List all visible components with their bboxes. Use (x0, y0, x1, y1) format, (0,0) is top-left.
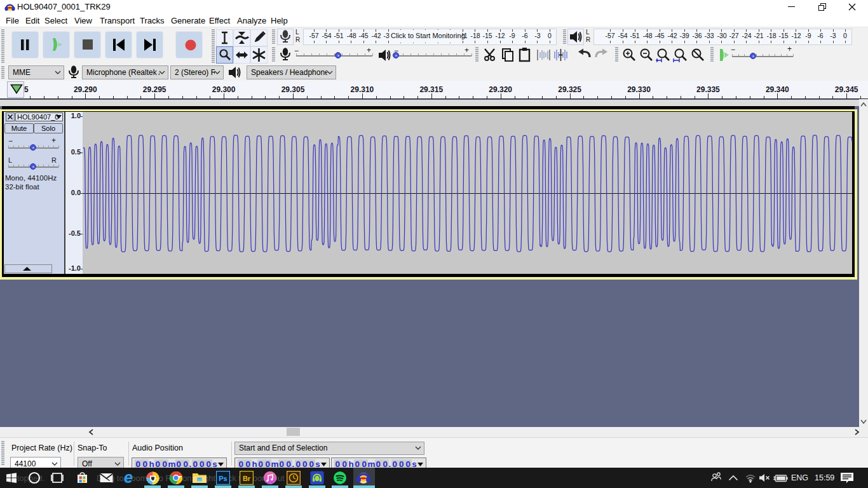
svg-text:e: e (124, 470, 133, 486)
svg-text:Br: Br (243, 475, 251, 482)
svg-text:Ps: Ps (219, 475, 227, 482)
